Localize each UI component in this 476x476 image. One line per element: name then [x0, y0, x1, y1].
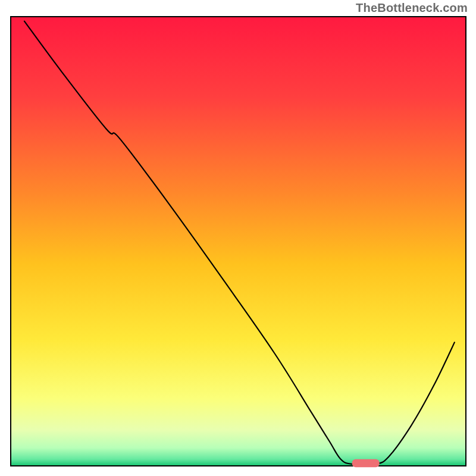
plot-background — [11, 17, 466, 466]
chart-stage: TheBottleneck.com — [0, 0, 476, 476]
bottleneck-chart — [0, 0, 476, 476]
optimal-range-marker — [352, 459, 380, 468]
